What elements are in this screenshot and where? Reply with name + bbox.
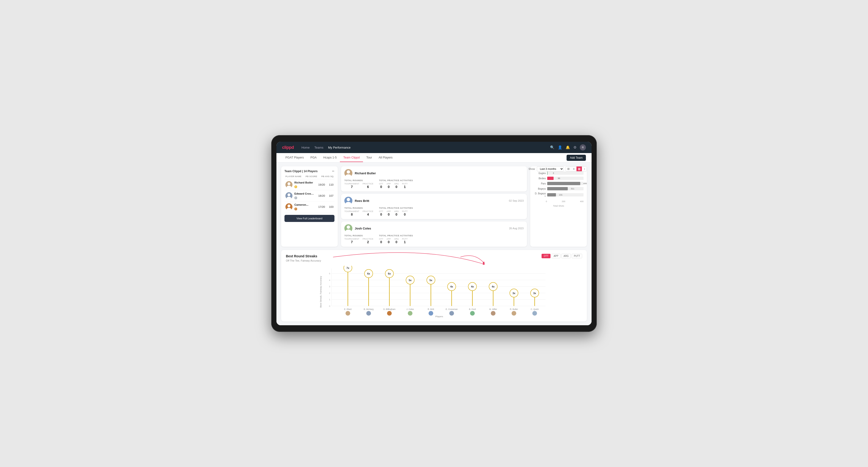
filter-row: Show Last 3 months Last 6 months Last 12… xyxy=(528,166,587,172)
svg-text:4x: 4x xyxy=(450,285,453,288)
stat-putt: PUTT 0 xyxy=(402,210,408,216)
svg-point-56 xyxy=(429,311,433,316)
activity-stat-items: OTT 0 APP 0 ARG xyxy=(379,183,413,189)
stat-arg: ARG 0 xyxy=(394,238,399,244)
settings-icon[interactable]: ⚙ xyxy=(574,145,577,150)
card-view-btn[interactable]: ▦ xyxy=(577,166,582,171)
putt-label: PUTT xyxy=(402,210,408,213)
stat-group-activities-title: Total Practice Activities xyxy=(379,207,413,209)
add-team-button[interactable]: Add Team xyxy=(566,155,586,161)
chart-x-labels: 0 200 400 xyxy=(533,199,584,203)
stat-group-activities-title: Total Practice Activities xyxy=(379,234,413,237)
player-name: Richard Butler xyxy=(294,181,315,184)
app-value: 0 xyxy=(388,213,390,216)
table-row[interactable]: Richard Butler 1 19/20 110 xyxy=(284,179,335,190)
practice-label: Practice xyxy=(363,238,373,240)
list-view-btn[interactable]: ≡ xyxy=(571,166,576,171)
bar-label: Birdies xyxy=(533,177,546,180)
svg-text:5: 5 xyxy=(329,272,330,275)
ott-value: 0 xyxy=(380,185,382,189)
svg-text:3x: 3x xyxy=(533,292,536,294)
stat-practice: Practice 2 xyxy=(363,238,373,244)
view-full-leaderboard-button[interactable]: View Full Leaderboard xyxy=(284,215,335,222)
stat-items: Tournament 7 Practice 2 xyxy=(344,238,373,244)
player-card: Josh Coles 26 Aug 2023 Total Rounds Tour xyxy=(341,221,527,247)
nav-items: Home Teams My Performance xyxy=(302,145,545,150)
grid-view-btn[interactable]: ⊞ xyxy=(566,166,571,171)
tab-all-players[interactable]: All Players xyxy=(375,154,396,162)
player-badge: 1 xyxy=(294,185,297,188)
svg-text:0: 0 xyxy=(329,305,330,307)
bar-label: D. Bogeys + xyxy=(533,192,546,197)
tab-tour[interactable]: Tour xyxy=(363,154,375,162)
bar-track: 131 xyxy=(547,193,584,196)
bar-track: 3 xyxy=(547,172,584,175)
stat-app: APP 0 xyxy=(386,238,391,244)
stat-putt: PUTT 1 xyxy=(402,238,408,244)
player-avg: 103 xyxy=(327,206,334,208)
stat-practice: Practice 6 xyxy=(363,183,373,189)
ott-label: OTT xyxy=(379,183,383,185)
svg-point-16 xyxy=(347,225,350,229)
player-card: Rees Britt 02 Sep 2023 Total Rounds Tour xyxy=(341,194,527,219)
avatar xyxy=(285,203,292,210)
tab-team-clippd[interactable]: Team Clippd xyxy=(340,154,363,162)
nav-teams[interactable]: Teams xyxy=(314,145,323,150)
app-label: APP xyxy=(386,238,391,240)
stat-group-rounds: Total Rounds Tournament 8 Practice xyxy=(344,207,373,216)
person-icon[interactable]: 👤 xyxy=(558,145,562,150)
table-row[interactable]: Edward Crossman 2 18/20 107 xyxy=(284,190,335,201)
edit-icon[interactable]: ✏ xyxy=(332,169,335,173)
player-info: Cameron... 3 xyxy=(294,203,315,210)
svg-text:E. Crossman: E. Crossman xyxy=(445,308,458,310)
tab-pgat-players[interactable]: PGAT Players xyxy=(282,154,307,162)
th-player-name: PLAYER NAME xyxy=(285,175,302,178)
search-icon[interactable]: 🔍 xyxy=(550,145,555,150)
tab-hcaps[interactable]: Hcaps 1-5 xyxy=(320,154,340,162)
player-name: Cameron... xyxy=(294,203,315,206)
putt-label: PUTT xyxy=(402,238,408,240)
tab-pga[interactable]: PGA xyxy=(307,154,320,162)
filter-arg[interactable]: ARG xyxy=(561,254,571,258)
svg-text:Players: Players xyxy=(435,315,443,318)
svg-text:4: 4 xyxy=(329,279,330,281)
tournament-label: Tournament xyxy=(344,238,359,240)
svg-text:B. Ford: B. Ford xyxy=(469,308,476,310)
player-card-info: Richard Butler xyxy=(355,172,376,175)
nav-my-performance[interactable]: My Performance xyxy=(328,145,350,150)
nav-home[interactable]: Home xyxy=(302,145,310,150)
stat-tournament: Tournament 7 xyxy=(344,183,359,189)
bar-row: Birdies 96 xyxy=(533,177,584,180)
svg-text:B. McHarg: B. McHarg xyxy=(364,308,374,310)
svg-point-36 xyxy=(346,311,350,316)
stat-ott: OTT 0 xyxy=(379,238,383,244)
table-row[interactable]: Cameron... 3 17/20 103 xyxy=(284,201,335,213)
svg-text:R. Britt: R. Britt xyxy=(428,308,434,310)
bar-fill: 499 xyxy=(547,182,580,185)
player-card-name: Richard Butler xyxy=(355,172,376,175)
svg-text:E. Ebert: E. Ebert xyxy=(344,308,352,310)
practice-value: 2 xyxy=(367,240,369,244)
x-marker-400: 400 xyxy=(580,200,584,203)
avatar[interactable]: R xyxy=(580,144,586,151)
svg-text:3x: 3x xyxy=(513,292,516,294)
svg-point-1 xyxy=(287,182,290,185)
svg-text:M. Miller: M. Miller xyxy=(489,308,497,310)
period-select[interactable]: Last 3 months Last 6 months Last 12 mont… xyxy=(537,166,564,172)
putt-value: 1 xyxy=(404,240,406,244)
player-score: 18/20 xyxy=(317,194,325,197)
stats-row: Total Rounds Tournament 7 Practice xyxy=(344,179,524,189)
filter-ott[interactable]: OTT xyxy=(541,254,551,258)
filter-app[interactable]: APP xyxy=(552,254,560,258)
bar-value: 3 xyxy=(553,172,554,174)
svg-text:D. Billingham: D. Billingham xyxy=(383,308,396,310)
arg-value: 0 xyxy=(396,240,398,244)
stat-arg: ARG 0 xyxy=(394,183,399,189)
bar-chart-panel: Eagles 3 Birdies 96 Pars 499 Bogeys 311 … xyxy=(530,166,587,247)
streaks-panel: Best Round Streaks OTT APP ARG PUTT Off … xyxy=(281,250,587,321)
svg-text:C. Quick: C. Quick xyxy=(531,308,539,310)
bell-icon[interactable]: 🔔 xyxy=(566,145,570,150)
svg-point-7 xyxy=(287,205,290,207)
table-view-btn[interactable]: ↕ xyxy=(582,166,587,171)
filter-putt[interactable]: PUTT xyxy=(572,254,582,258)
